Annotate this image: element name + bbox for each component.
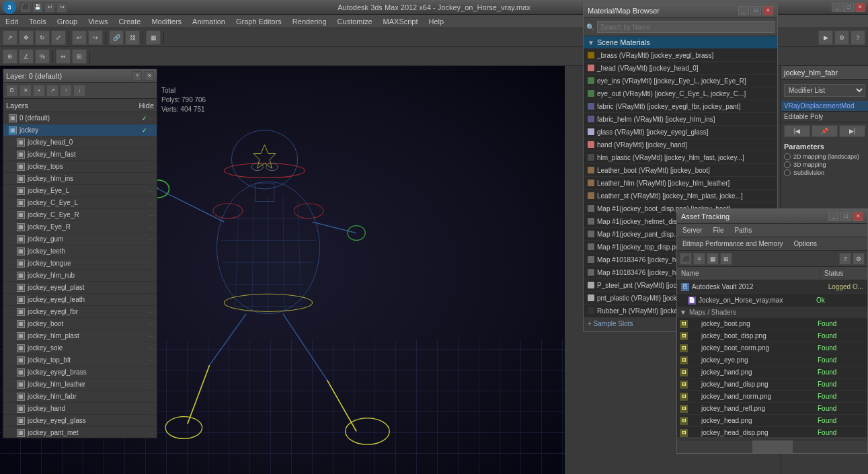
modifier-list-select[interactable]: Modifier List — [784, 84, 865, 97]
asset-close[interactable]: ✕ — [853, 212, 863, 221]
layer-item[interactable]: ▦ jockey_eyegl_brass ··· — [3, 366, 157, 379]
menu-animation[interactable]: Animation — [187, 15, 231, 28]
layer-add-obj-btn[interactable]: + — [33, 85, 45, 97]
mat-item[interactable]: eye_out (VRayMtl) [jockey_C_Eye_L, jocke… — [584, 87, 777, 100]
redo-btn[interactable]: ↪ — [88, 30, 103, 45]
layer-item[interactable]: ▦ jockey_hlm_plast ··· — [3, 330, 157, 342]
asset-file-row[interactable]: 🖼 jockey_head_disp.png Found — [677, 427, 867, 437]
mat-item[interactable]: Leather_boot (VRayMtl) [jockey_boot] — [584, 164, 777, 177]
mat-item[interactable]: eye_ins (VRayMtl) [jockey_Eye_L, jockey_… — [584, 75, 777, 87]
asset-settings-btn[interactable]: ⚙ — [853, 253, 865, 265]
asset-menu-server[interactable]: Server — [677, 225, 707, 235]
asset-file-row[interactable]: 🖼 jockey_boot_norm.png Found — [677, 342, 867, 354]
mat-item[interactable]: glass (VRayMtl) [jockey_eyegl_glass] — [584, 126, 777, 139]
asset-file-row[interactable]: 🖼 jockey_head.png Found — [677, 415, 867, 427]
mod-nav-prev[interactable]: |◀ — [784, 125, 810, 137]
asset-tool-2[interactable]: ≡ — [693, 253, 705, 265]
menu-graph-editors[interactable]: Graph Editors — [231, 15, 287, 28]
toolbar-icon-2[interactable]: 💾 — [32, 2, 43, 13]
move-btn[interactable]: ✥ — [19, 30, 34, 45]
layer-item[interactable]: ▦ jockey_top_blt ··· — [3, 354, 157, 366]
radio-2d-mapping[interactable]: 2D mapping (landscape) — [784, 153, 865, 160]
layer-item[interactable]: ▦ jockey_sole ··· — [3, 342, 157, 354]
layer-item[interactable]: ▦ jockey_tops ··· — [3, 161, 157, 173]
layer-item[interactable]: ▦ jockey_hlm_leather ··· — [3, 379, 157, 391]
rotate-btn[interactable]: ↻ — [35, 30, 50, 45]
layer-item[interactable]: ▦ jockey_eyegl_plast ··· — [3, 282, 157, 294]
layer-item[interactable]: ▦ jockey_Eye_L ··· — [3, 185, 157, 197]
radio-subdivision[interactable]: Subdivision — [784, 169, 865, 176]
close-button[interactable]: ✕ — [855, 3, 865, 12]
toolbar-icon-3[interactable]: ↩ — [44, 2, 55, 13]
angle-snap-btn[interactable]: ∠ — [19, 49, 34, 64]
asset-tool-1[interactable]: ⬛ — [680, 253, 692, 265]
asset-tool-3[interactable]: ▦ — [707, 253, 719, 265]
percent-snap-btn[interactable]: % — [35, 49, 50, 64]
layer-btn[interactable]: ▦ — [146, 30, 161, 45]
scale-btn[interactable]: ⤢ — [51, 30, 66, 45]
vray-mod-item[interactable]: VRayDisplacementMod — [781, 101, 868, 112]
mod-nav-pin[interactable]: 📌 — [812, 125, 838, 137]
menu-group[interactable]: Group — [52, 15, 83, 28]
asset-file-row[interactable]: 🖼 jockey_hand_refl.png Found — [677, 403, 867, 415]
layer-down-btn[interactable]: ↓ — [73, 85, 85, 97]
asset-file-row[interactable]: 🖼 jockey_hand.png Found — [677, 366, 867, 379]
layer-item[interactable]: ▦ jockey_gum ··· — [3, 233, 157, 245]
maximize-button[interactable]: □ — [843, 3, 854, 12]
toolbar-icon-4[interactable]: ↪ — [56, 2, 67, 13]
help-icon-btn[interactable]: ? — [851, 30, 865, 45]
asset-scrollbar-thumb[interactable] — [752, 440, 793, 453]
asset-list[interactable]: 🗄 Autodesk Vault 2012 Logged O... 📄 Jock… — [677, 280, 867, 437]
layer-item[interactable]: ▦ 0 (default) ✓ ··· — [3, 112, 157, 124]
layers-list[interactable]: ▦ 0 (default) ✓ ··· ▦ jockey ✓ ··· ▦ joc… — [3, 112, 157, 438]
asset-tool-4[interactable]: ⊞ — [720, 253, 732, 265]
menu-tools[interactable]: Tools — [24, 15, 52, 28]
mat-item[interactable]: Leather_st (VRayMtl) [jockey_hlm_plast, … — [584, 190, 777, 202]
align-btn[interactable]: ⊞ — [72, 49, 87, 64]
asset-file-row[interactable]: 🖼 jockey_eye.png Found — [677, 354, 867, 366]
asset-maximize[interactable]: □ — [840, 212, 851, 221]
menu-help[interactable]: Help — [424, 15, 450, 28]
menu-customize[interactable]: Customize — [332, 15, 378, 28]
render-setup-btn[interactable]: ⚙ — [834, 30, 849, 45]
mirror-btn[interactable]: ⇔ — [56, 49, 71, 64]
menu-create[interactable]: Create — [113, 15, 146, 28]
asset-minimize[interactable]: _ — [828, 212, 839, 221]
toolbar-icon-1[interactable]: ⬛ — [20, 2, 31, 13]
layer-move-btn[interactable]: ↑ — [60, 85, 72, 97]
layer-item[interactable]: ▦ jockey_pant_met ··· — [3, 427, 157, 438]
mat-item[interactable]: Leather_hlm (VRayMtl) [jockey_hlm_leathe… — [584, 177, 777, 190]
layer-item[interactable]: ▦ jockey_head_0 ··· — [3, 136, 157, 149]
layer-item[interactable]: ▦ jockey_hlm_rub ··· — [3, 270, 157, 282]
asset-file-row[interactable]: 🖼 jockey_boot.png Found — [677, 318, 867, 330]
snap-btn[interactable]: ⊕ — [3, 49, 17, 64]
layer-select-btn[interactable]: ↗ — [46, 85, 58, 97]
minimize-button[interactable]: _ — [832, 3, 842, 12]
mat-item[interactable]: fabric_helm (VRayMtl) [jockey_hlm_ins] — [584, 113, 777, 126]
mat-browser-close[interactable]: ✕ — [762, 6, 773, 15]
mat-item[interactable]: _brass (VRayMtl) [jockey_eyegl_brass] — [584, 49, 777, 62]
layer-item[interactable]: ▦ jockey_Eye_R ··· — [3, 221, 157, 233]
layer-item[interactable]: ▦ jockey_C_Eye_L ··· — [3, 197, 157, 209]
mat-browser-maximize[interactable]: □ — [750, 6, 761, 15]
radio-3d-mapping[interactable]: 3D mapping — [784, 161, 865, 168]
mod-nav-next[interactable]: ▶| — [839, 125, 865, 137]
unlink-btn[interactable]: ⛓ — [125, 30, 140, 45]
layer-item[interactable]: ▦ jockey_C_Eye_R ··· — [3, 209, 157, 221]
asset-file-row[interactable]: 🖼 jockey_hand_norm.png Found — [677, 391, 867, 403]
layer-item[interactable]: ▦ jockey_hlm_fabr ··· — [3, 391, 157, 403]
mat-item[interactable]: _head (VRayMtl) [jockey_head_0] — [584, 62, 777, 75]
layer-item[interactable]: ▦ jockey_boot ··· — [3, 318, 157, 330]
mat-item[interactable]: hlm_plastic (VRayMtl) [jockey_hlm_fast, … — [584, 151, 777, 164]
mat-search-input[interactable] — [597, 21, 775, 33]
menu-views[interactable]: Views — [83, 15, 113, 28]
layer-item[interactable]: ▦ jockey_eyegl_fbr ··· — [3, 306, 157, 318]
asset-file-row[interactable]: 🖼 jockey_boot_disp.png Found — [677, 330, 867, 342]
layer-item[interactable]: ▦ jockey_hlm_fast ··· — [3, 149, 157, 161]
layer-item[interactable]: ▦ jockey_tongue ··· — [3, 258, 157, 270]
layer-item[interactable]: ▦ jockey ✓ ··· — [3, 124, 157, 136]
vault-row[interactable]: 🗄 Autodesk Vault 2012 Logged O... — [677, 280, 867, 294]
layer-item[interactable]: ▦ jockey_eyegl_leath ··· — [3, 294, 157, 306]
asset-menu-file[interactable]: File — [707, 225, 729, 235]
layers-close-btn[interactable]: ✕ — [145, 71, 154, 81]
